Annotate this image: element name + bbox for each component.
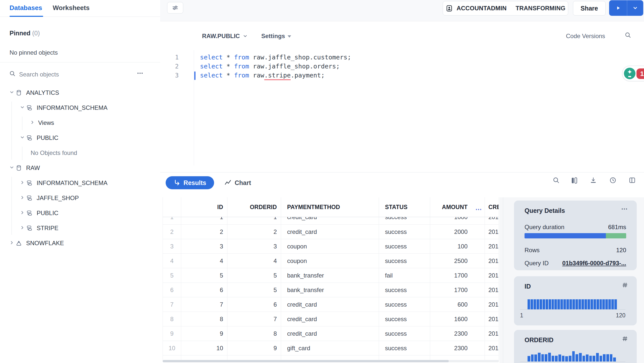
column-header[interactable]: PAYMENTMETHOD xyxy=(281,197,379,217)
tree-item-information-schema[interactable]: INFORMATION_SCHEMA xyxy=(0,101,160,116)
table-cell: fail xyxy=(379,268,430,283)
histogram-bar xyxy=(534,299,536,309)
code-line[interactable]: 1select * from raw.jaffle_shop.customers… xyxy=(160,53,486,62)
worksheet-config-button[interactable] xyxy=(167,2,183,14)
table-cell xyxy=(379,355,430,360)
histogram-bar xyxy=(588,299,590,309)
histogram-bar xyxy=(565,356,568,361)
sidebar-divider xyxy=(0,62,160,62)
chart-line-icon xyxy=(224,179,232,187)
tree-item-raw[interactable]: RAW xyxy=(0,161,160,176)
run-options-button[interactable] xyxy=(627,0,643,16)
column-header[interactable]: STATUS xyxy=(379,197,430,217)
editor-search-icon[interactable] xyxy=(624,32,631,39)
column-header[interactable]: ID xyxy=(181,197,227,217)
table-cell: 1700 xyxy=(430,268,485,283)
query-details-menu-icon[interactable]: ⋯ xyxy=(621,205,628,213)
column-overflow-icon[interactable]: ⋯ xyxy=(475,206,482,213)
histogram-bar xyxy=(572,299,575,309)
line-number: 2 xyxy=(168,62,179,71)
table-cell xyxy=(227,355,281,360)
context-selector-button[interactable]: ACCOUNTADMIN TRANSFORMING xyxy=(443,1,568,16)
table-cell: 1700 xyxy=(430,283,485,297)
tree-item-stripe[interactable]: STRIPE xyxy=(0,221,160,236)
tab-worksheets[interactable]: Worksheets xyxy=(53,4,90,12)
chevron-right-icon xyxy=(20,225,25,230)
tree-item-analytics[interactable]: ANALYTICS xyxy=(0,85,160,101)
copilot-suggestion-chip[interactable]: ✦ 1 xyxy=(622,66,644,81)
histogram-bar xyxy=(546,299,548,309)
query-id-link[interactable]: 01b349f6-0000-d793-... xyxy=(562,260,626,267)
table-cell: success xyxy=(379,254,430,268)
query-duration-value: 681ms xyxy=(608,224,626,231)
tree-item-label: No Objects found xyxy=(31,149,77,156)
histogram-bar xyxy=(608,299,611,309)
histogram-bar xyxy=(602,299,605,309)
table-cell: 10 xyxy=(181,341,227,355)
rows-value: 120 xyxy=(616,247,626,254)
results-arrow-icon xyxy=(173,179,181,187)
tree-item-information-schema[interactable]: INFORMATION_SCHEMA xyxy=(0,176,160,191)
query-details-title: Query Details xyxy=(525,207,565,214)
vertical-scrollbar-track[interactable] xyxy=(503,197,503,363)
code-line[interactable]: 3select * from raw.stripe.payment; xyxy=(160,71,486,80)
histogram-bar xyxy=(600,356,602,361)
sql-editor[interactable]: 1select * from raw.jaffle_shop.customers… xyxy=(160,53,486,80)
table-cell: 2 xyxy=(181,225,227,239)
table-cell xyxy=(181,355,227,360)
histogram-bar xyxy=(562,356,565,361)
table-row: 111credit_cardsuccess10002018 xyxy=(163,217,499,224)
download-icon[interactable] xyxy=(590,176,597,184)
histogram-bar xyxy=(569,299,572,309)
histogram-bar xyxy=(563,299,566,309)
editor-settings-dropdown[interactable]: Settings xyxy=(261,33,291,40)
tree-item-jaffle-shop[interactable]: JAFFLE_SHOP xyxy=(0,191,160,206)
tab-databases[interactable]: Databases xyxy=(10,4,42,12)
histogram-bar xyxy=(554,299,557,309)
tree-item-public[interactable]: PUBLIC xyxy=(0,206,160,221)
table-cell: 600 xyxy=(430,297,485,312)
histogram-bar xyxy=(534,354,537,361)
column-panel-orderid[interactable]: ORDERID xyxy=(514,330,637,363)
column-header[interactable]: CREATED xyxy=(485,197,499,217)
table-cell xyxy=(485,355,499,360)
tab-results[interactable]: Results xyxy=(166,176,214,189)
code-line[interactable]: 2select * from raw.jaffle_shop.orders; xyxy=(160,62,486,71)
code-versions-link[interactable]: Code Versions xyxy=(566,33,605,40)
split-panel-icon[interactable] xyxy=(628,176,636,184)
history-clock-icon[interactable] xyxy=(609,176,617,184)
table-cell: 9 xyxy=(163,326,181,341)
columns-icon[interactable] xyxy=(570,176,578,185)
table-cell: 4 xyxy=(181,254,227,268)
run-button[interactable] xyxy=(609,0,627,16)
role-badge-icon xyxy=(445,5,453,12)
histogram-bar xyxy=(596,353,599,361)
tree-item-label: SNOWFLAKE xyxy=(26,240,64,247)
table-cell: 1 xyxy=(163,217,181,224)
tree-item-snowflake[interactable]: SNOWFLAKE xyxy=(0,236,160,251)
tree-item-views[interactable]: Views xyxy=(0,116,160,131)
tab-chart[interactable]: Chart xyxy=(224,176,251,189)
object-search[interactable]: Search objects xyxy=(0,67,160,83)
tree-guide-line xyxy=(12,102,12,160)
tree-item-public[interactable]: PUBLIC xyxy=(0,131,160,146)
editor-context-dropdown[interactable]: RAW.PUBLIC xyxy=(202,33,248,40)
tree-item-label: JAFFLE_SHOP xyxy=(37,195,79,202)
table-cell: gift_card xyxy=(281,341,379,355)
tree-item-label: ANALYTICS xyxy=(26,89,59,96)
histogram-bar xyxy=(591,299,593,309)
search-results-icon[interactable] xyxy=(552,176,560,184)
horizontal-scrollbar[interactable] xyxy=(163,360,499,362)
column-header[interactable]: ORDERID xyxy=(227,197,281,217)
table-cell: 5 xyxy=(181,268,227,283)
sidebar-more-icon[interactable] xyxy=(137,70,144,77)
column-panel-id[interactable]: ID 1 120 xyxy=(514,276,637,325)
histogram-bar xyxy=(572,351,575,361)
main-area: ACCOUNTADMIN TRANSFORMING Share RAW.PUBL… xyxy=(160,0,644,363)
share-button[interactable]: Share xyxy=(573,1,606,16)
id-histogram xyxy=(528,298,617,309)
table-cell: 6 xyxy=(163,283,181,297)
table-cell: 2018 xyxy=(485,341,499,355)
table-cell: 5 xyxy=(227,283,281,297)
column-header[interactable] xyxy=(163,197,181,217)
